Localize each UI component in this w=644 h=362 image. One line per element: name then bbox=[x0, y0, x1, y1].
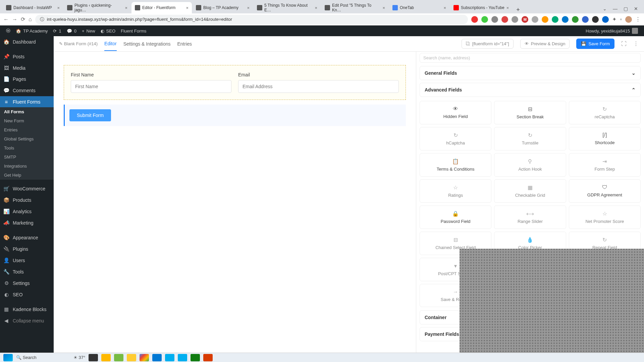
minimize-icon[interactable]: — bbox=[613, 6, 618, 11]
browser-tab[interactable]: Edit Post "5 Things To Kn…× bbox=[321, 2, 388, 13]
submenu-get-help[interactable]: Get Help bbox=[0, 171, 54, 180]
field-card[interactable]: ▦Checkable Grid bbox=[494, 179, 566, 203]
extension-icon[interactable]: M bbox=[522, 16, 528, 23]
weather-widget[interactable]: ☀ 37° bbox=[73, 355, 85, 360]
sidebar-item-settings[interactable]: ⚙Settings bbox=[0, 278, 54, 289]
field-card[interactable]: ⊟Section Break bbox=[494, 101, 566, 124]
chevron-down-icon[interactable]: ⌄ bbox=[603, 6, 607, 11]
extension-icon[interactable] bbox=[532, 16, 538, 23]
chrome-icon[interactable] bbox=[140, 354, 149, 361]
browser-tab[interactable]: 5 Things To Know About E…× bbox=[254, 2, 321, 13]
extension-icon[interactable] bbox=[501, 16, 508, 23]
close-icon[interactable]: × bbox=[186, 5, 189, 10]
close-icon[interactable]: × bbox=[57, 5, 60, 10]
submenu-all-forms[interactable]: All Forms bbox=[0, 107, 54, 116]
section-advanced-fields[interactable]: Advanced Fields⌃ bbox=[420, 83, 641, 97]
shortcode-display[interactable]: ⿻[fluentform id="14"] bbox=[462, 39, 514, 49]
home-icon[interactable]: ⌂ bbox=[29, 16, 32, 22]
file-explorer-icon[interactable] bbox=[101, 354, 111, 361]
close-icon[interactable]: × bbox=[247, 5, 250, 10]
field-card[interactable]: ↻reCaptcha bbox=[569, 101, 641, 124]
address-bar[interactable]: ⓘ int-quelea-huyu.instawp.xyz/wp-admin/a… bbox=[35, 15, 468, 24]
browser-tab[interactable]: OneTab× bbox=[389, 2, 449, 13]
email-input[interactable] bbox=[238, 80, 399, 93]
field-card[interactable]: [/]Shortcode bbox=[569, 127, 641, 150]
sidebar-item-seo[interactable]: ◐SEO bbox=[0, 289, 54, 300]
comments-button[interactable]: 💬 0 bbox=[64, 28, 79, 34]
submenu-new-form[interactable]: New Form bbox=[0, 116, 54, 125]
field-search-input[interactable]: Search (name, address) bbox=[420, 53, 641, 63]
maximize-icon[interactable]: ▢ bbox=[624, 6, 628, 11]
sidebar-item-dashboard[interactable]: 🏠Dashboard bbox=[0, 36, 54, 48]
more-icon[interactable]: ⋮ bbox=[633, 41, 639, 47]
field-first-name[interactable]: First Name bbox=[71, 72, 231, 93]
form-fields-container[interactable]: First Name Email bbox=[64, 65, 406, 100]
sidebar-item-posts[interactable]: 📌Posts bbox=[0, 51, 54, 62]
field-card[interactable]: ☆Net Promoter Score bbox=[569, 205, 641, 229]
preview-button[interactable]: 👁Preview & Design bbox=[520, 39, 570, 49]
save-form-button[interactable]: 💾Save Form bbox=[576, 39, 614, 49]
collapse-menu-button[interactable]: ◀Collapse menu bbox=[0, 315, 54, 326]
edge-icon[interactable] bbox=[152, 354, 162, 361]
sidebar-item-plugins[interactable]: 🔌Plugins bbox=[0, 243, 54, 255]
field-card[interactable]: ⚲Action Hook bbox=[494, 153, 566, 177]
sidebar-item-woocommerce[interactable]: 🛒WooCommerce bbox=[0, 183, 54, 194]
sidebar-item-products[interactable]: 📦Products bbox=[0, 194, 54, 206]
close-window-icon[interactable]: ✕ bbox=[634, 6, 638, 11]
browser-tab[interactable]: Subscriptions - YouTube× bbox=[450, 2, 512, 13]
extensions-menu-icon[interactable]: ✦ bbox=[612, 16, 616, 22]
tab-entries[interactable]: Entries bbox=[177, 37, 192, 51]
browser-tab[interactable]: Plugins ‹ quickening-jagu…× bbox=[64, 2, 131, 13]
submenu-tools[interactable]: Tools bbox=[0, 143, 54, 153]
field-card[interactable]: ⟷Range Slider bbox=[494, 205, 566, 229]
app-icon[interactable] bbox=[203, 354, 213, 361]
browser-tab-active[interactable]: Editor - Fluentform× bbox=[131, 2, 192, 13]
site-info-icon[interactable]: ⓘ bbox=[40, 16, 44, 22]
extension-icon[interactable] bbox=[481, 16, 488, 23]
fluent-forms-button[interactable]: Fluent Forms bbox=[118, 28, 149, 34]
field-email[interactable]: Email bbox=[238, 72, 399, 93]
tab-editor[interactable]: Editor bbox=[104, 37, 117, 51]
reload-icon[interactable]: ⟳ bbox=[21, 16, 25, 22]
close-icon[interactable]: × bbox=[506, 5, 509, 10]
close-icon[interactable]: × bbox=[382, 5, 385, 10]
sidebar-item-kadence[interactable]: ▦Kadence Blocks bbox=[0, 304, 54, 315]
extension-icon[interactable] bbox=[512, 16, 518, 23]
sidebar-item-users[interactable]: 👤Users bbox=[0, 255, 54, 266]
skype-icon[interactable] bbox=[165, 354, 174, 361]
close-icon[interactable]: × bbox=[443, 5, 446, 10]
app-icon[interactable] bbox=[114, 354, 123, 361]
form-canvas[interactable]: First Name Email Submit Form bbox=[54, 52, 416, 353]
sidebar-item-tools[interactable]: 🔧Tools bbox=[0, 266, 54, 278]
close-icon[interactable]: × bbox=[125, 5, 127, 10]
submenu-global-settings[interactable]: Global Settings bbox=[0, 134, 54, 143]
sidebar-item-analytics[interactable]: 📊Analytics bbox=[0, 206, 54, 217]
sidebar-item-media[interactable]: 🖼Media bbox=[0, 62, 54, 73]
submenu-integrations[interactable]: Integrations bbox=[0, 162, 54, 171]
extension-icon[interactable] bbox=[542, 16, 548, 23]
extension-icon[interactable] bbox=[471, 16, 478, 23]
avatar[interactable] bbox=[625, 16, 632, 23]
submit-row[interactable]: Submit Form bbox=[64, 105, 406, 126]
search-button[interactable]: 🔍 Search bbox=[16, 355, 37, 360]
wp-logo-icon[interactable]: ⓦ bbox=[3, 28, 13, 34]
close-icon[interactable]: × bbox=[315, 5, 317, 10]
form-name[interactable]: ✎ Blank Form (#14) bbox=[59, 41, 98, 46]
first-name-input[interactable] bbox=[71, 80, 231, 93]
field-card[interactable]: 🛡GDPR Agreement bbox=[569, 179, 641, 203]
sidebar-item-comments[interactable]: 💬Comments bbox=[0, 85, 54, 96]
sidebar-item-marketing[interactable]: 📣Marketing bbox=[0, 217, 54, 229]
sidebar-item-pages[interactable]: 📄Pages bbox=[0, 73, 54, 85]
field-card[interactable]: ⇥Form Step bbox=[569, 153, 641, 177]
extension-icon[interactable] bbox=[491, 16, 498, 23]
field-card[interactable]: 📋Terms & Conditions bbox=[420, 153, 491, 177]
submenu-smtp[interactable]: SMTP bbox=[0, 153, 54, 162]
extension-icon[interactable] bbox=[582, 16, 589, 23]
section-general-fields[interactable]: General Fields⌄ bbox=[420, 66, 641, 80]
field-card[interactable]: ☆Ratings bbox=[420, 179, 491, 203]
back-icon[interactable]: ← bbox=[3, 16, 9, 22]
extension-icon[interactable] bbox=[572, 16, 579, 23]
browser-tab[interactable]: Dashboard - InstaWP× bbox=[3, 2, 63, 13]
task-view-icon[interactable] bbox=[89, 354, 98, 361]
side-panel-icon[interactable]: ▫ bbox=[620, 16, 622, 22]
